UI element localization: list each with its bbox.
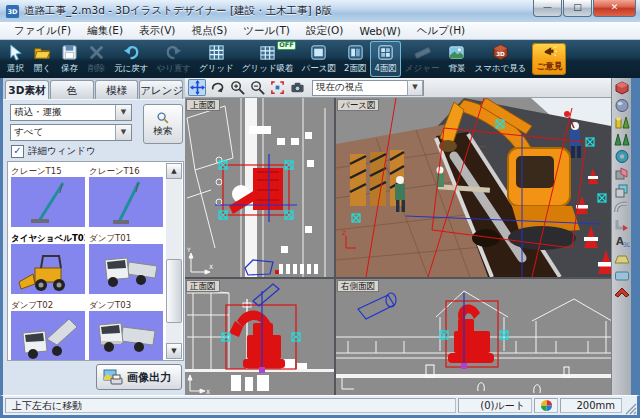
text-3d-icon[interactable]: A 3D (613, 233, 631, 250)
front-view-drawing: X (185, 279, 334, 395)
thumbnail-crane-t15[interactable]: クレーンT15 (11, 166, 85, 227)
four-view-button[interactable]: 4面図 (370, 41, 400, 77)
feedback-button[interactable]: ご意見 (532, 43, 566, 75)
dump-raised-thumb-image (11, 311, 85, 361)
zoom-out-icon (250, 80, 265, 95)
chevron-down-icon[interactable]: ▼ (115, 125, 131, 140)
delete-button[interactable]: 削除 (83, 41, 110, 77)
thumbnail-wheel-loader-t01[interactable]: タイヤショベルT01 (11, 233, 85, 294)
menu-view[interactable]: 表示(V) (131, 24, 183, 38)
perspective-view-canvas[interactable]: パース図 (336, 98, 611, 277)
rotate-tool-button[interactable] (208, 79, 226, 96)
checkbox-checked-icon[interactable]: ✓ (11, 145, 24, 158)
thumbnail-scrollbar[interactable]: ▲ ▼ (166, 163, 182, 359)
front-view-canvas[interactable]: 正面図 (185, 279, 334, 395)
menu-web[interactable]: Web(W) (351, 25, 408, 37)
thumbnail-dump-t02[interactable]: ダンプT02 (11, 300, 85, 361)
top-view-drawing: YX (185, 98, 334, 277)
tab-pattern[interactable]: 模様 (95, 80, 139, 99)
corner-arrow-icon[interactable] (613, 216, 631, 233)
perspective-view-label: パース図 (337, 99, 379, 111)
cylinder-cone-icon[interactable] (613, 114, 631, 131)
scroll-up-icon[interactable]: ▲ (166, 163, 182, 179)
resize-grip[interactable] (623, 396, 637, 415)
viewport-area: 現在の視点 ▼ 上面図 (185, 78, 611, 395)
save-button[interactable]: 保存 (56, 41, 83, 77)
smartphone-view-button[interactable]: 3D スマホで見る (470, 41, 530, 77)
thumbnail-dump-t01[interactable]: ダンプT01 (89, 233, 163, 294)
detail-window-label: 詳細ウィンドウ (28, 145, 96, 158)
sphere-icon[interactable] (613, 97, 631, 114)
measure-button[interactable]: メジャー (401, 41, 444, 77)
fit-view-icon (270, 80, 285, 95)
search-button[interactable]: 検索 (143, 104, 183, 144)
tab-3d-materials[interactable]: 3D素材 (5, 80, 49, 99)
save-icon (60, 43, 79, 62)
pan-tool-button[interactable] (188, 79, 206, 96)
torus-icon[interactable] (613, 148, 631, 165)
pink-box-icon[interactable] (613, 165, 631, 182)
chevron-down-icon[interactable]: ▼ (115, 105, 131, 120)
menu-viewpoint[interactable]: 視点(S) (183, 24, 235, 38)
perspective-view-button[interactable]: パース図 (298, 41, 340, 77)
background-button[interactable]: 背景 (443, 41, 470, 77)
maximize-button[interactable]: □ (563, 0, 592, 17)
grid-snap-button[interactable]: OFF グリッド吸着 (238, 41, 298, 77)
app-window: 3D 道路工事_2.m3d - 3Dイラストデザイナー [建設・土木工事] β版… (0, 0, 640, 418)
rotate-icon (210, 80, 225, 95)
wheel-loader-thumb-image (11, 244, 85, 294)
pipe-elbow-icon[interactable] (613, 199, 631, 216)
grid-button[interactable]: グリッド (195, 41, 238, 77)
four-view-icon (376, 43, 395, 62)
menu-file[interactable]: ファイル(F) (6, 24, 79, 38)
image-export-icon (103, 369, 123, 385)
trapezoid-icon[interactable] (613, 250, 631, 267)
minimize-button[interactable]: — (533, 0, 562, 17)
zoom-out-tool-button[interactable] (248, 79, 266, 96)
grid-icon (207, 43, 226, 62)
megaphone-icon (540, 44, 559, 60)
viewpoint-select[interactable]: 現在の視点 ▼ (312, 80, 424, 96)
image-export-button[interactable]: 画像出力 (96, 364, 182, 390)
menu-tools[interactable]: ツール(T) (235, 24, 298, 38)
redo-button[interactable]: やり直す (152, 41, 195, 77)
camera-icon (290, 80, 305, 95)
select-button[interactable]: 選択 (2, 41, 29, 77)
zoom-in-tool-button[interactable] (228, 79, 246, 96)
tab-color[interactable]: 色 (50, 80, 94, 99)
dump-truck-thumb-image (89, 311, 163, 361)
top-view-canvas[interactable]: 上面図 (185, 98, 334, 277)
double-cone-icon[interactable] (613, 131, 631, 148)
tab-arrange[interactable]: アレンジ (139, 80, 183, 99)
menu-edit[interactable]: 編集(E) (79, 24, 131, 38)
measure-icon (413, 43, 432, 62)
chevron-down-icon[interactable]: ▼ (407, 80, 423, 96)
open-button[interactable]: 開く (29, 41, 56, 77)
detail-window-checkbox-row[interactable]: ✓ 詳細ウィンドウ (11, 145, 96, 158)
thumbnail-crane-t16[interactable]: クレーンT16 (89, 166, 163, 227)
grid-snap-icon (258, 43, 277, 62)
zoom-in-icon (230, 80, 245, 95)
menu-settings[interactable]: 設定(O) (298, 24, 351, 38)
two-view-button[interactable]: 2面図 (340, 41, 370, 77)
category-select[interactable]: 積込・運搬 ▼ (10, 104, 132, 121)
cube-icon[interactable] (613, 80, 631, 97)
subcategory-select[interactable]: すべて ▼ (10, 124, 132, 141)
close-button[interactable]: ✕ (593, 0, 636, 17)
menu-bar: ファイル(F) 編集(E) 表示(V) 視点(S) ツール(T) 設定(O) W… (0, 22, 640, 40)
stacked-squares-icon[interactable] (613, 182, 631, 199)
thumbnail-dump-t03[interactable]: ダンプT03 (89, 300, 163, 361)
fit-view-tool-button[interactable] (268, 79, 286, 96)
main-toolbar: 選択 開く 保存 削除 (0, 40, 640, 78)
background-icon (447, 43, 466, 62)
snapshot-tool-button[interactable] (288, 79, 306, 96)
plate-icon[interactable] (613, 267, 631, 284)
primitives-strip: A 3D (611, 78, 634, 395)
scrollbar-thumb[interactable] (166, 259, 182, 323)
chevron-up-icon[interactable] (613, 284, 631, 301)
menu-help[interactable]: ヘルプ(H) (409, 24, 473, 38)
side-view-canvas[interactable]: 右側面図 (336, 279, 611, 395)
undo-button[interactable]: 元に戻す (110, 41, 152, 77)
svg-text:3D: 3D (623, 241, 630, 248)
scroll-down-icon[interactable]: ▼ (166, 343, 182, 359)
